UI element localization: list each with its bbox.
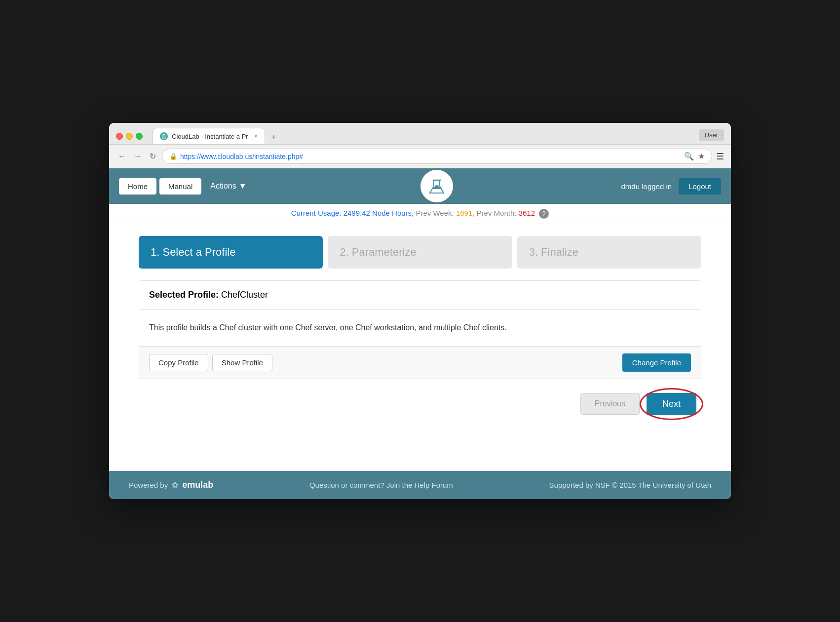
powered-by-label: Powered by (129, 481, 168, 489)
actions-label: Actions (210, 182, 236, 191)
site-logo (420, 170, 453, 202)
lock-icon: 🔒 (169, 153, 177, 160)
browser-tabs: CloudLab - Instantiate a Pr × + (153, 128, 694, 144)
profile-header: Selected Profile: ChefCluster (139, 281, 701, 310)
next-button-wrapper: Next (647, 393, 696, 415)
step-3: 3. Finalize (517, 236, 701, 269)
profile-header-label: Selected Profile: (149, 290, 219, 300)
browser-addressbar: ← → ↻ 🔒 https://www.cloudlab.us/instanti… (109, 145, 731, 168)
back-btn[interactable]: ← (116, 151, 128, 162)
tab-close-btn[interactable]: × (254, 133, 258, 140)
prev-week-value: 1691, (456, 209, 475, 217)
search-icon[interactable]: 🔍 (684, 152, 694, 161)
usage-current-label: Current Usage: 2499.42 Node Hours, (291, 209, 416, 217)
previous-button[interactable]: Previous (580, 393, 640, 415)
footer-right: Supported by NSF © 2015 The University o… (549, 481, 711, 489)
profile-actions: Copy Profile Show Profile Change Profile (139, 347, 701, 379)
footer-left: Powered by ✿ emulab (129, 480, 213, 490)
wizard-navigation: Previous Next (139, 393, 701, 415)
profile-name: ChefCluster (221, 290, 268, 300)
emulab-flower-icon: ✿ (172, 480, 178, 490)
prev-week-label: Prev Week: (416, 209, 454, 217)
stepper: 1. Select a Profile 2. Parameterize 3. F… (139, 236, 701, 269)
bookmark-icon[interactable]: ★ (698, 152, 705, 161)
dropdown-arrow: ▼ (239, 182, 247, 191)
active-tab[interactable]: CloudLab - Instantiate a Pr × (153, 128, 265, 144)
prev-month-value: 3612 (519, 209, 535, 217)
tab-icon (160, 132, 168, 140)
change-profile-button[interactable]: Change Profile (622, 353, 691, 372)
browser-menu-btn[interactable]: ☰ (716, 151, 724, 162)
svg-rect-0 (160, 132, 168, 140)
logo-area (253, 170, 621, 202)
tab-title: CloudLab - Instantiate a Pr (172, 133, 248, 140)
next-button[interactable]: Next (647, 393, 696, 415)
url-display: https://www.cloudlab.us/instantiate.php# (180, 153, 681, 160)
fullscreen-traffic-light[interactable] (136, 133, 143, 140)
show-profile-button[interactable]: Show Profile (212, 354, 272, 371)
url-text: https://www.cloudlab.us/instantiate.php# (180, 153, 303, 160)
footer-nsf: Supported by NSF (549, 481, 610, 489)
step-2-label: 2. Parameterize (340, 246, 416, 258)
logout-button[interactable]: Logout (679, 178, 721, 194)
close-traffic-light[interactable] (116, 133, 123, 140)
minimize-traffic-light[interactable] (126, 133, 133, 140)
home-button[interactable]: Home (119, 178, 156, 194)
site-nav: Home Manual Actions ▼ (109, 168, 731, 204)
step-3-label: 3. Finalize (529, 246, 578, 258)
manual-button[interactable]: Manual (159, 178, 201, 194)
actions-menu[interactable]: Actions ▼ (204, 178, 252, 194)
traffic-lights (116, 133, 143, 140)
main-content: 1. Select a Profile 2. Parameterize 3. F… (109, 224, 731, 471)
flask-logo-icon (426, 175, 448, 197)
actions-button[interactable]: Actions ▼ (204, 178, 252, 194)
profile-description: This profile builds a Chef cluster with … (139, 310, 701, 347)
new-tab-btn[interactable]: + (267, 130, 281, 144)
usage-bar: Current Usage: 2499.42 Node Hours, Prev … (109, 204, 731, 224)
address-icons: 🔍 ★ (684, 152, 705, 161)
usage-help-icon[interactable]: ? (539, 209, 549, 219)
browser-window: CloudLab - Instantiate a Pr × + User ← →… (109, 123, 731, 499)
copy-profile-button[interactable]: Copy Profile (149, 354, 208, 371)
footer-copyright: © 2015 The University of Utah (612, 481, 711, 489)
forward-btn[interactable]: → (132, 151, 144, 162)
refresh-btn[interactable]: ↻ (148, 151, 158, 162)
step-1-label: 1. Select a Profile (151, 246, 235, 258)
emulab-logo: emulab (182, 480, 213, 490)
user-info: dmdu logged in (621, 182, 672, 191)
step-2: 2. Parameterize (328, 236, 512, 269)
address-bar[interactable]: 🔒 https://www.cloudlab.us/instantiate.ph… (162, 149, 712, 164)
footer-help-link[interactable]: Question or comment? Join the Help Forum (309, 481, 453, 489)
browser-user-btn[interactable]: User (699, 129, 724, 141)
step-1[interactable]: 1. Select a Profile (139, 236, 323, 269)
page-content: Home Manual Actions ▼ (109, 168, 731, 499)
browser-titlebar: CloudLab - Instantiate a Pr × + User (109, 123, 731, 145)
site-footer: Powered by ✿ emulab Question or comment?… (109, 471, 731, 499)
prev-month-label: Prev Month: (477, 209, 517, 217)
profile-card: Selected Profile: ChefCluster This profi… (139, 280, 701, 379)
